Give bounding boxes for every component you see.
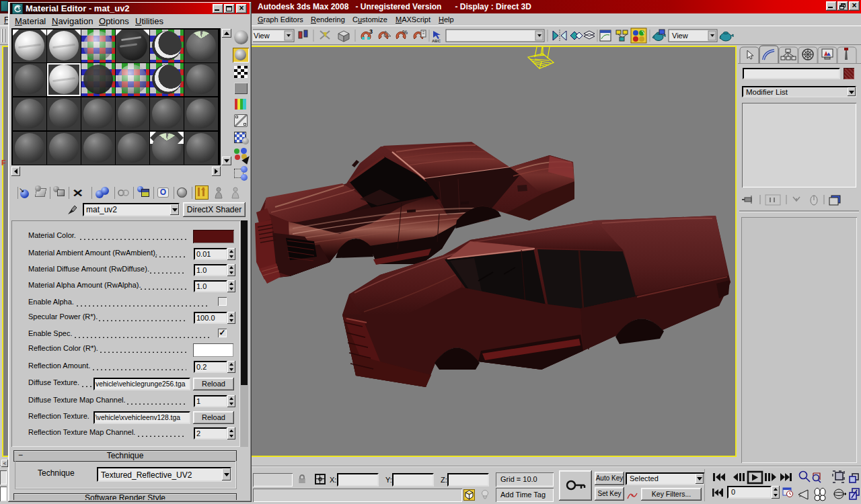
svg-text:%: % (402, 29, 408, 36)
svg-text:3: 3 (369, 28, 373, 35)
svg-text:ABC: ABC (432, 39, 441, 43)
svg-text:View: View (254, 32, 270, 40)
svg-text:View: View (672, 32, 688, 40)
